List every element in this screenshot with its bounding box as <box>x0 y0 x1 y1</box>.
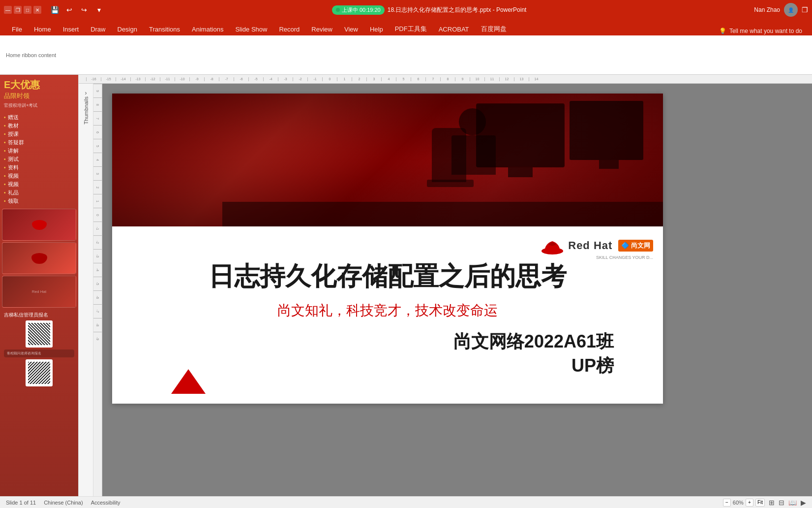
zoom-out-button[interactable]: − <box>723 499 731 507</box>
help-search-text: Tell me what you want to do <box>729 28 802 34</box>
ruler-mark: -14 <box>116 77 130 81</box>
ruler-v-mark: -5 <box>93 277 102 290</box>
collapse-arrow[interactable]: › <box>85 90 87 96</box>
slide-triangle-decoration <box>171 369 206 394</box>
product-thumb-1 <box>2 209 76 241</box>
user-name: Nan Zhao <box>754 6 780 13</box>
recording-status: 上课中 00:19:20 <box>342 6 381 14</box>
slide-image-top <box>112 94 663 226</box>
ruler-marks: -16 -15 -14 -13 -12 -11 -10 -9 -8 -7 -6 … <box>86 75 543 83</box>
ruler-mark: -10 <box>175 77 189 81</box>
redhat-logo-area: Red Hat 🔷 尚文网 <box>541 236 653 255</box>
normal-view-icon[interactable]: ⊞ <box>769 499 775 507</box>
reading-view-icon[interactable]: 📖 <box>788 499 797 507</box>
ruler-mark: -15 <box>101 77 116 81</box>
tab-transitions[interactable]: Transitions <box>143 23 186 35</box>
maximize-button[interactable]: □ <box>24 6 31 14</box>
status-bar: Slide 1 of 11 Chinese (China) Accessibil… <box>0 496 812 508</box>
ruler-v-mark: -7 <box>93 304 102 318</box>
restore-button[interactable]: ❐ <box>14 6 22 14</box>
minimize-button[interactable]: — <box>4 6 12 14</box>
tab-pdf[interactable]: PDF工具集 <box>389 23 433 35</box>
ruler-mark: 4 <box>381 77 396 81</box>
person-head <box>459 108 486 135</box>
ruler-mark: -4 <box>263 77 278 81</box>
slide-sorter-icon[interactable]: ⊟ <box>779 499 784 507</box>
help-search[interactable]: 💡 Tell me what you want to do <box>715 27 806 35</box>
tab-view[interactable]: View <box>338 23 364 35</box>
ruler-mark: 12 <box>499 77 514 81</box>
title-bar: — ❐ □ ✕ 💾 ↩ ↪ ▾ 上课中 00:19:20 18.日志持久化存储配… <box>0 0 812 20</box>
tab-insert[interactable]: Insert <box>57 23 85 35</box>
ruler-mark: 9 <box>455 77 470 81</box>
chat-bubble: 客程顾问老师咨询报名 <box>4 349 74 357</box>
product-thumb-2 <box>2 242 76 274</box>
language-indicator: Chinese (China) <box>44 500 83 506</box>
title-bar-left: — ❐ □ ✕ 💾 ↩ ↪ ▾ <box>4 4 104 15</box>
tab-review[interactable]: Review <box>305 23 338 35</box>
save-icon[interactable]: 💾 <box>49 4 60 15</box>
qr-code-2 <box>26 359 53 386</box>
product-thumb-3: Red Hat <box>2 276 76 308</box>
ruler-mark: 2 <box>352 77 366 81</box>
fit-button[interactable]: Fit <box>755 499 765 507</box>
ad-item-4: •答疑群 <box>4 139 74 146</box>
desk-surface <box>222 202 663 226</box>
ruler-v-mark: -9 <box>93 332 102 346</box>
undo-icon[interactable]: ↩ <box>64 4 75 15</box>
ruler-v-mark: 9 <box>93 84 102 97</box>
tab-draw[interactable]: Draw <box>85 23 111 35</box>
ad-item-8: •视频 <box>4 172 74 180</box>
ruler-v-mark: -4 <box>93 263 102 277</box>
title-bar-right: Nan Zhao 👤 ❐ <box>754 3 808 17</box>
slide-bottom[interactable]: Red Hat 🔷 尚文网 SKILL CHANGES YOUR D... 日志… <box>112 226 663 404</box>
ad-panel: E大优惠 品限时领 官授权培训+考试 •赠送 •教材 •授课 •答疑群 •讲解 … <box>0 75 78 496</box>
tab-slideshow[interactable]: Slide Show <box>229 23 273 35</box>
ruler-mark: -2 <box>293 77 307 81</box>
ad-item-3: •授课 <box>4 130 74 138</box>
tab-acrobat[interactable]: ACROBAT <box>433 23 475 35</box>
restore-icon[interactable]: ❐ <box>802 6 808 14</box>
ruler-v-mark: 2 <box>93 180 102 194</box>
ruler-v-mark: -6 <box>93 290 102 304</box>
tab-design[interactable]: Design <box>112 23 143 35</box>
ruler-mark: -11 <box>160 77 175 81</box>
redo-icon[interactable]: ↪ <box>79 4 90 15</box>
slide-canvas-wrapper[interactable]: Red Hat 🔷 尚文网 SKILL CHANGES YOUR D... 日志… <box>102 84 812 496</box>
ruler-horizontal: -16 -15 -14 -13 -12 -11 -10 -9 -8 -7 -6 … <box>79 75 812 84</box>
user-avatar[interactable]: 👤 <box>784 3 798 17</box>
slide-canvas[interactable]: Red Hat 🔷 尚文网 SKILL CHANGES YOUR D... 日志… <box>112 94 663 404</box>
editor-body: › Thumbnails 9 8 7 6 5 4 3 2 1 0 -1 -2 -… <box>79 84 812 496</box>
thumbnails-label[interactable]: Thumbnails <box>83 96 89 125</box>
ruler-mark: 0 <box>322 77 337 81</box>
redhat-text: Red Hat <box>568 239 612 252</box>
slide-subtitle[interactable]: 尚文知礼，科技竞才，技术改变命运 <box>132 301 643 320</box>
ruler-mark: -16 <box>86 77 101 81</box>
slide-company-2[interactable]: UP榜 <box>132 354 643 378</box>
zoom-in-button[interactable]: + <box>746 499 753 507</box>
customize-icon[interactable]: ▾ <box>93 4 104 15</box>
tab-home[interactable]: Home <box>28 23 57 35</box>
lightbulb-icon: 💡 <box>719 28 726 34</box>
ruler-mark: 6 <box>411 77 425 81</box>
ruler-mark: -3 <box>278 77 293 81</box>
ruler-vertical: 9 8 7 6 5 4 3 2 1 0 -1 -2 -3 -4 -5 -6 -7… <box>93 84 102 496</box>
ruler-mark: 13 <box>514 77 529 81</box>
slide-company[interactable]: 尚文网络2022A61班 <box>132 330 643 354</box>
ruler-mark: -13 <box>130 77 145 81</box>
tab-record[interactable]: Record <box>273 23 305 35</box>
zoom-level: 60% <box>733 500 744 506</box>
person-body <box>451 135 496 175</box>
close-button[interactable]: ✕ <box>33 6 41 14</box>
ruler-mark: -7 <box>219 77 234 81</box>
tab-baidu[interactable]: 百度网盘 <box>475 23 512 35</box>
tab-help[interactable]: Help <box>364 23 389 35</box>
tab-file[interactable]: File <box>6 23 28 35</box>
tab-animations[interactable]: Animations <box>186 23 229 35</box>
ruler-v-mark: -1 <box>93 222 102 235</box>
ruler-mark: -9 <box>189 77 204 81</box>
accessibility-label: Accessibility <box>91 500 120 506</box>
slideshow-view-icon[interactable]: ▶ <box>801 499 806 507</box>
ruler-mark: -12 <box>145 77 160 81</box>
slide-title[interactable]: 日志持久化存储配置之后的思考 <box>132 261 643 291</box>
